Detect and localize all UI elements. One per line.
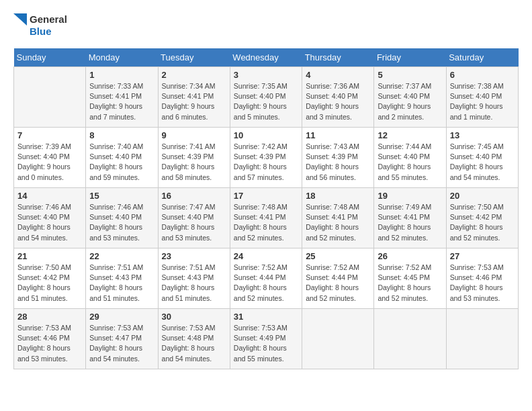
logo-line1: General: [30, 13, 67, 26]
svg-marker-0: [13, 13, 27, 26]
day-number: 26: [378, 251, 442, 261]
day-number: 9: [162, 130, 226, 140]
weekday-header-tuesday: Tuesday: [158, 48, 230, 67]
logo-graphic: General Blue: [13, 13, 67, 38]
calendar-week-4: 28Sunrise: 7:53 AMSunset: 4:46 PMDayligh…: [14, 309, 519, 369]
day-number: 20: [450, 191, 515, 201]
day-number: 10: [234, 130, 298, 140]
weekday-header-monday: Monday: [86, 48, 158, 67]
day-number: 17: [234, 191, 298, 201]
day-info: Sunrise: 7:51 AMSunset: 4:43 PMDaylight:…: [89, 263, 154, 304]
calendar-cell: 28Sunrise: 7:53 AMSunset: 4:46 PMDayligh…: [14, 309, 86, 369]
calendar-cell: 24Sunrise: 7:52 AMSunset: 4:44 PMDayligh…: [230, 248, 302, 309]
day-info: Sunrise: 7:43 AMSunset: 4:39 PMDaylight:…: [306, 142, 370, 183]
day-info: Sunrise: 7:53 AMSunset: 4:49 PMDaylight:…: [234, 323, 298, 364]
day-info: Sunrise: 7:39 AMSunset: 4:40 PMDaylight:…: [17, 142, 82, 183]
day-info: Sunrise: 7:53 AMSunset: 4:48 PMDaylight:…: [162, 323, 226, 364]
calendar-cell: 25Sunrise: 7:52 AMSunset: 4:44 PMDayligh…: [302, 248, 374, 309]
calendar-cell: 9Sunrise: 7:41 AMSunset: 4:39 PMDaylight…: [158, 128, 230, 188]
day-number: 3: [234, 70, 298, 80]
day-number: 4: [306, 70, 370, 80]
calendar-cell: 21Sunrise: 7:50 AMSunset: 4:42 PMDayligh…: [14, 248, 86, 309]
day-number: 22: [89, 251, 154, 261]
day-info: Sunrise: 7:53 AMSunset: 4:47 PMDaylight:…: [89, 323, 154, 364]
calendar-cell: 3Sunrise: 7:35 AMSunset: 4:40 PMDaylight…: [230, 67, 302, 128]
day-info: Sunrise: 7:45 AMSunset: 4:40 PMDaylight:…: [450, 142, 515, 183]
day-number: 24: [234, 251, 298, 261]
day-info: Sunrise: 7:49 AMSunset: 4:41 PMDaylight:…: [378, 202, 442, 243]
day-info: Sunrise: 7:33 AMSunset: 4:41 PMDaylight:…: [89, 81, 154, 122]
day-info: Sunrise: 7:40 AMSunset: 4:40 PMDaylight:…: [89, 142, 154, 183]
day-info: Sunrise: 7:53 AMSunset: 4:46 PMDaylight:…: [450, 263, 515, 304]
calendar-cell: 27Sunrise: 7:53 AMSunset: 4:46 PMDayligh…: [446, 248, 518, 309]
day-info: Sunrise: 7:46 AMSunset: 4:40 PMDaylight:…: [89, 202, 154, 243]
page-header: General Blue: [13, 13, 519, 38]
day-info: Sunrise: 7:50 AMSunset: 4:42 PMDaylight:…: [17, 263, 82, 304]
weekday-row: SundayMondayTuesdayWednesdayThursdayFrid…: [14, 48, 519, 67]
calendar-cell: 15Sunrise: 7:46 AMSunset: 4:40 PMDayligh…: [86, 188, 158, 248]
day-info: Sunrise: 7:48 AMSunset: 4:41 PMDaylight:…: [306, 202, 370, 243]
day-number: 31: [234, 312, 298, 322]
calendar-cell: 17Sunrise: 7:48 AMSunset: 4:41 PMDayligh…: [230, 188, 302, 248]
calendar-cell: 30Sunrise: 7:53 AMSunset: 4:48 PMDayligh…: [158, 309, 230, 369]
calendar-cell: 13Sunrise: 7:45 AMSunset: 4:40 PMDayligh…: [446, 128, 518, 188]
day-info: Sunrise: 7:47 AMSunset: 4:40 PMDaylight:…: [162, 202, 226, 243]
calendar-cell: 4Sunrise: 7:36 AMSunset: 4:40 PMDaylight…: [302, 67, 374, 128]
day-info: Sunrise: 7:53 AMSunset: 4:46 PMDaylight:…: [17, 323, 82, 364]
calendar-cell: 10Sunrise: 7:42 AMSunset: 4:39 PMDayligh…: [230, 128, 302, 188]
day-number: 12: [378, 130, 442, 140]
calendar-cell: 29Sunrise: 7:53 AMSunset: 4:47 PMDayligh…: [86, 309, 158, 369]
calendar-cell: 6Sunrise: 7:38 AMSunset: 4:40 PMDaylight…: [446, 67, 518, 128]
calendar-table: SundayMondayTuesdayWednesdayThursdayFrid…: [13, 48, 519, 369]
day-info: Sunrise: 7:35 AMSunset: 4:40 PMDaylight:…: [234, 81, 298, 122]
calendar-cell: [374, 309, 446, 369]
day-info: Sunrise: 7:36 AMSunset: 4:40 PMDaylight:…: [306, 81, 370, 122]
calendar-cell: 8Sunrise: 7:40 AMSunset: 4:40 PMDaylight…: [86, 128, 158, 188]
day-info: Sunrise: 7:52 AMSunset: 4:44 PMDaylight:…: [306, 263, 370, 304]
calendar-cell: [446, 309, 518, 369]
calendar-week-0: 1Sunrise: 7:33 AMSunset: 4:41 PMDaylight…: [14, 67, 519, 128]
day-info: Sunrise: 7:44 AMSunset: 4:40 PMDaylight:…: [378, 142, 442, 183]
calendar-cell: 26Sunrise: 7:52 AMSunset: 4:45 PMDayligh…: [374, 248, 446, 309]
logo-triangle-icon: [13, 13, 27, 38]
calendar-cell: 14Sunrise: 7:46 AMSunset: 4:40 PMDayligh…: [14, 188, 86, 248]
calendar-cell: 22Sunrise: 7:51 AMSunset: 4:43 PMDayligh…: [86, 248, 158, 309]
day-info: Sunrise: 7:46 AMSunset: 4:40 PMDaylight:…: [17, 202, 82, 243]
day-info: Sunrise: 7:50 AMSunset: 4:42 PMDaylight:…: [450, 202, 515, 243]
calendar-week-3: 21Sunrise: 7:50 AMSunset: 4:42 PMDayligh…: [14, 248, 519, 309]
calendar-cell: 18Sunrise: 7:48 AMSunset: 4:41 PMDayligh…: [302, 188, 374, 248]
calendar-cell: 31Sunrise: 7:53 AMSunset: 4:49 PMDayligh…: [230, 309, 302, 369]
calendar-cell: 16Sunrise: 7:47 AMSunset: 4:40 PMDayligh…: [158, 188, 230, 248]
calendar-cell: 19Sunrise: 7:49 AMSunset: 4:41 PMDayligh…: [374, 188, 446, 248]
day-number: 16: [162, 191, 226, 201]
weekday-header-saturday: Saturday: [446, 48, 518, 67]
day-number: 6: [450, 70, 515, 80]
day-number: 1: [89, 70, 154, 80]
calendar-cell: 23Sunrise: 7:51 AMSunset: 4:43 PMDayligh…: [158, 248, 230, 309]
day-number: 7: [17, 130, 82, 140]
weekday-header-friday: Friday: [374, 48, 446, 67]
day-number: 14: [17, 191, 82, 201]
day-number: 18: [306, 191, 370, 201]
calendar-cell: 12Sunrise: 7:44 AMSunset: 4:40 PMDayligh…: [374, 128, 446, 188]
day-info: Sunrise: 7:51 AMSunset: 4:43 PMDaylight:…: [162, 263, 226, 304]
day-number: 19: [378, 191, 442, 201]
calendar-cell: [14, 67, 86, 128]
day-number: 30: [162, 312, 226, 322]
day-number: 27: [450, 251, 515, 261]
day-number: 2: [162, 70, 226, 80]
day-number: 5: [378, 70, 442, 80]
calendar-cell: 1Sunrise: 7:33 AMSunset: 4:41 PMDaylight…: [86, 67, 158, 128]
day-info: Sunrise: 7:52 AMSunset: 4:45 PMDaylight:…: [378, 263, 442, 304]
day-number: 25: [306, 251, 370, 261]
weekday-header-thursday: Thursday: [302, 48, 374, 67]
calendar-cell: [302, 309, 374, 369]
day-number: 29: [89, 312, 154, 322]
calendar-cell: 2Sunrise: 7:34 AMSunset: 4:41 PMDaylight…: [158, 67, 230, 128]
day-info: Sunrise: 7:42 AMSunset: 4:39 PMDaylight:…: [234, 142, 298, 183]
day-number: 21: [17, 251, 82, 261]
calendar-cell: 11Sunrise: 7:43 AMSunset: 4:39 PMDayligh…: [302, 128, 374, 188]
calendar-body: 1Sunrise: 7:33 AMSunset: 4:41 PMDaylight…: [14, 67, 519, 369]
day-info: Sunrise: 7:38 AMSunset: 4:40 PMDaylight:…: [450, 81, 515, 122]
day-number: 11: [306, 130, 370, 140]
